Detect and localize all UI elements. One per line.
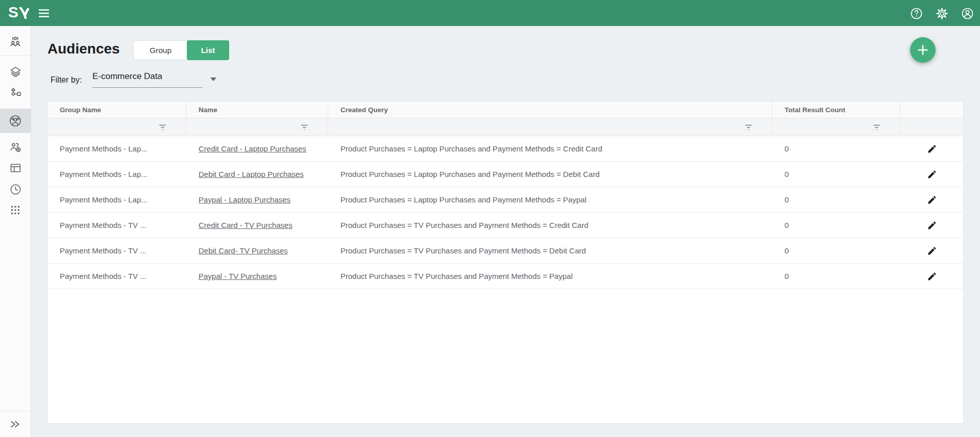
cell-group-name: Payment Methods - TV ... bbox=[47, 221, 186, 229]
gear-icon bbox=[935, 7, 949, 20]
app-root: S bbox=[0, 0, 980, 437]
edit-button[interactable] bbox=[923, 166, 941, 183]
cell-created-query: Product Purchases = Laptop Purchases and… bbox=[328, 170, 772, 178]
cell-created-query: Product Purchases = TV Purchases and Pay… bbox=[328, 246, 772, 255]
sidebar-item-cohorts[interactable] bbox=[0, 137, 31, 158]
sidebar-item-journey[interactable] bbox=[0, 83, 31, 103]
filter-group-name[interactable] bbox=[47, 118, 186, 136]
cell-total-count: 0 bbox=[772, 195, 900, 204]
audiences-table: Group Name Name Created Query Total Resu… bbox=[47, 101, 964, 424]
cell-group-name: Payment Methods - TV ... bbox=[47, 246, 186, 255]
help-icon bbox=[910, 7, 923, 20]
filter-icon bbox=[872, 122, 881, 132]
filter-icon bbox=[300, 122, 309, 132]
caret-down-icon[interactable] bbox=[210, 78, 216, 81]
audience-name-link[interactable]: Credit Card - TV Purchases bbox=[199, 221, 292, 229]
sidebar-item-history[interactable] bbox=[0, 179, 31, 199]
audience-name-link[interactable]: Debit Card - Laptop Purchases bbox=[199, 170, 304, 178]
filter-icon bbox=[158, 122, 167, 132]
table-header-row: Group Name Name Created Query Total Resu… bbox=[47, 101, 963, 118]
table-row: Payment Methods - TV ... Debit Card- TV … bbox=[47, 238, 963, 264]
table-row: Payment Methods - TV ... Credit Card - T… bbox=[47, 213, 963, 238]
filter-by-label: Filter by: bbox=[51, 75, 82, 85]
col-name: Name bbox=[186, 101, 328, 118]
filter-created-query[interactable] bbox=[328, 118, 772, 136]
pencil-icon bbox=[927, 220, 937, 230]
cell-total-count: 0 bbox=[772, 221, 900, 229]
edit-button[interactable] bbox=[923, 191, 941, 209]
edit-button[interactable] bbox=[923, 217, 941, 234]
pencil-icon bbox=[927, 144, 937, 154]
edit-button[interactable] bbox=[923, 140, 941, 158]
sidebar bbox=[0, 26, 31, 437]
pencil-icon bbox=[927, 271, 937, 281]
people-group-icon bbox=[8, 35, 22, 49]
edit-button[interactable] bbox=[923, 242, 941, 260]
audience-name-link[interactable]: Paypal - Laptop Purchases bbox=[199, 195, 290, 204]
sidebar-divider bbox=[0, 55, 31, 56]
help-button[interactable] bbox=[909, 6, 923, 20]
dataset-select[interactable]: E-commerce Data bbox=[92, 71, 203, 88]
history-clock-icon bbox=[9, 183, 22, 196]
cell-group-name: Payment Methods - Lap... bbox=[47, 170, 186, 178]
sidebar-item-people-group[interactable] bbox=[0, 32, 31, 52]
menu-button[interactable] bbox=[37, 6, 51, 20]
audience-name-link[interactable]: Credit Card - Laptop Purchases bbox=[199, 144, 306, 153]
pencil-icon bbox=[927, 195, 937, 205]
chevrons-right-icon bbox=[9, 418, 22, 431]
page-title: Audiences bbox=[47, 41, 120, 57]
toggle-list-button[interactable]: List bbox=[187, 40, 229, 60]
cell-group-name: Payment Methods - Lap... bbox=[47, 195, 186, 204]
account-button[interactable] bbox=[960, 6, 974, 20]
logo-text: S bbox=[8, 4, 18, 21]
add-audience-button[interactable] bbox=[910, 37, 936, 63]
pencil-icon bbox=[927, 169, 937, 179]
toggle-group-button[interactable]: Group bbox=[134, 41, 187, 60]
cell-group-name: Payment Methods - TV ... bbox=[47, 272, 186, 280]
col-total-result-count: Total Result Count bbox=[772, 101, 900, 118]
filter-total-result-count[interactable] bbox=[772, 118, 900, 136]
journey-flow-icon bbox=[9, 86, 22, 100]
sidebar-item-audiences[interactable] bbox=[0, 109, 31, 133]
logo-swoosh-icon bbox=[19, 7, 29, 19]
cell-total-count: 0 bbox=[772, 272, 900, 280]
filter-name[interactable] bbox=[186, 118, 328, 136]
app-logo: S bbox=[8, 4, 29, 21]
pencil-icon bbox=[927, 246, 937, 256]
cell-created-query: Product Purchases = TV Purchases and Pay… bbox=[328, 272, 772, 280]
audience-name-link[interactable]: Paypal - TV Purchases bbox=[199, 272, 277, 280]
table-filter-row bbox=[47, 118, 963, 136]
col-created-query: Created Query bbox=[328, 101, 772, 118]
filter-actions-empty bbox=[900, 118, 963, 136]
sidebar-item-dashboard[interactable] bbox=[0, 158, 31, 178]
plus-icon bbox=[917, 44, 929, 56]
table-row: Payment Methods - Lap... Credit Card - L… bbox=[47, 136, 963, 162]
cell-total-count: 0 bbox=[772, 170, 900, 178]
top-bar: S bbox=[0, 0, 980, 26]
view-toggle: Group List bbox=[133, 40, 229, 60]
audiences-icon bbox=[8, 114, 22, 128]
apps-grid-icon bbox=[9, 204, 21, 216]
cell-created-query: Product Purchases = Laptop Purchases and… bbox=[328, 144, 772, 153]
settings-button[interactable] bbox=[935, 6, 949, 20]
sidebar-item-apps[interactable] bbox=[0, 200, 31, 220]
edit-button[interactable] bbox=[923, 268, 941, 285]
filter-icon bbox=[744, 122, 753, 132]
sidebar-expand-button[interactable] bbox=[0, 410, 31, 437]
cell-total-count: 0 bbox=[772, 144, 900, 153]
col-group-name: Group Name bbox=[47, 101, 186, 118]
cell-created-query: Product Purchases = TV Purchases and Pay… bbox=[328, 221, 772, 229]
cell-created-query: Product Purchases = Laptop Purchases and… bbox=[328, 195, 772, 204]
table-row: Payment Methods - TV ... Paypal - TV Pur… bbox=[47, 264, 963, 289]
table-row: Payment Methods - Lap... Paypal - Laptop… bbox=[47, 187, 963, 213]
sidebar-item-layers[interactable] bbox=[0, 62, 31, 82]
dashboard-icon bbox=[9, 161, 22, 175]
account-icon bbox=[961, 7, 974, 20]
cohort-check-icon bbox=[8, 140, 22, 155]
table-row: Payment Methods - Lap... Debit Card - La… bbox=[47, 162, 963, 187]
audience-name-link[interactable]: Debit Card- TV Purchases bbox=[199, 246, 288, 255]
cell-total-count: 0 bbox=[772, 246, 900, 255]
cell-group-name: Payment Methods - Lap... bbox=[47, 144, 186, 153]
menu-icon bbox=[37, 7, 51, 20]
layers-icon bbox=[9, 65, 22, 79]
